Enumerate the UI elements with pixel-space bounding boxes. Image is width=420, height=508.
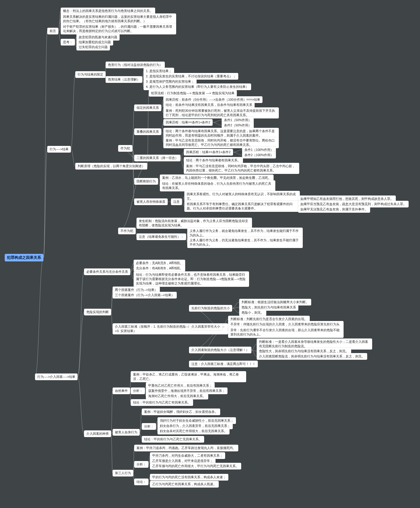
- mindmap-node[interactable]: 如果甲无法预见乙有血友病，则属于意外事件。: [298, 206, 370, 213]
- mindmap-node[interactable]: 危害结果（注意理解）: [106, 76, 142, 83]
- mindmap-node[interactable]: 结论：甲的前行为与乙死亡有因果关系。: [131, 399, 193, 406]
- mindmap-root[interactable]: 犯罪构成之因果关系: [5, 254, 43, 261]
- mindmap-node[interactable]: 危险小，则无。: [239, 309, 266, 316]
- mindmap-node[interactable]: 前言: [47, 28, 58, 34]
- mindmap-node[interactable]: 案例：甲持刀追杀丙，丙逃跑。乙开车路过发现仇人丙，直接撞死丙。: [134, 445, 238, 451]
- mindmap-node[interactable]: 案例：死刑犯30分钟后将要被执行死刑，被害人父亲迫不及待提前按下开关执行了死刑，…: [163, 107, 279, 118]
- mindmap-node[interactable]: 注意（结果避免发生可能性）：: [136, 233, 186, 240]
- mindmap-node[interactable]: 分析：: [134, 461, 148, 468]
- mindmap-node[interactable]: 案例：甲欲杀乙，将乙打成重伤，乙昏迷滩涂，甲离去。海潮来临，将乙卷没，乙死亡。: [131, 371, 246, 382]
- mindmap-node[interactable]: 必要条件关系与充分条件关系: [84, 268, 130, 275]
- mindmap-node[interactable]: 先前行为制造的危险的大小: [189, 305, 232, 312]
- mindmap-node[interactable]: 发生机制：危险流向前发展，威胁法益对象，作为义务人应当阻断危险流却没有阻断，使危…: [136, 218, 252, 229]
- mindmap-node[interactable]: 第三人行为: [113, 470, 133, 476]
- mindmap-node[interactable]: 对于财产犯罪的实害结果（财产损失），的归属问题，一般不需要因果关系理论来解决，而…: [61, 23, 176, 34]
- mindmap-node[interactable]: 介入因素阻断危险流，则表明先前行为与结果没有因果关系，反之，则无。: [257, 353, 367, 360]
- mindmap-node[interactable]: 乙行为与丙死亡有因果关系，构成杀人既遂。: [150, 481, 219, 488]
- mindmap-node[interactable]: 注意: [171, 198, 182, 205]
- mindmap-node[interactable]: 过失犯罪的成立问题: [76, 44, 110, 50]
- mindmap-node[interactable]: 不作为犯: [118, 228, 136, 234]
- mindmap-node[interactable]: 乙开车撞与丙的死亡作用很大，甲行为与丙死亡无因果关系。: [150, 463, 241, 469]
- mindmap-node[interactable]: 行为与结果的限定: [75, 71, 106, 78]
- mindmap-node[interactable]: 妇女自杀对其死亡作用很大，前后无因果关系。: [158, 428, 230, 434]
- mindmap-node[interactable]: 因果历程：结果==条件1+条件2: [163, 119, 213, 126]
- mindmap-node[interactable]: 因果关系解决的是实害结果的归属问题，这里的实害结果主要是指人身犯罪中的伤亡结果。…: [61, 13, 176, 25]
- mindmap-node[interactable]: 分析：: [142, 423, 156, 430]
- mindmap-node[interactable]: 危害行为（指对法益创设危险的行为）: [106, 62, 165, 68]
- mindmap-node[interactable]: 重叠的因果关系: [134, 128, 161, 135]
- mindmap-node[interactable]: 结论：在被害人存在特殊体质的场合，行为人先前伤害行为与被害人的死亡具有因果关系。: [160, 180, 275, 191]
- mindmap-node[interactable]: 义务人履行作为义务，仍无法避免结果发生，其不作为，结果发生不能归属于不作为的头上…: [187, 237, 303, 248]
- mindmap-node[interactable]: 甲的行为与丙的死亡没有因果关系，构成杀人未遂；: [150, 474, 228, 481]
- mindmap-node[interactable]: 自然事件: [113, 387, 130, 394]
- mindmap-node[interactable]: 作为犯: [118, 145, 132, 152]
- mindmap-node[interactable]: 分析：: [131, 387, 145, 394]
- mindmap-node[interactable]: 案例：甲与乙没有意思联络，同时向丙开枪，甲击中丙头部，乙击中丙心脏，丙因伤势过重…: [184, 163, 299, 174]
- mindmap-node[interactable]: 结论：行为与结果即使有必要条件关系，也不意味着有因果关系，结果能否归属于该行为需…: [134, 271, 249, 287]
- mindmap-node[interactable]: 因果关系客观性。行为人对被害人的特殊体质有无认识，不影响因果关系的成立。: [184, 191, 300, 202]
- mindmap-node[interactable]: 异常：先前行为通常不会引发介入因素的出现，那么介入因素带来的危险不能算到先前行为…: [228, 327, 344, 338]
- mindmap-node[interactable]: 判断原理（危险的实现，以两个角度分别阐述）: [75, 163, 147, 170]
- mindmap-node[interactable]: 行为---->介入因素---->结果: [35, 373, 78, 380]
- mindmap-node[interactable]: 条件2（100%作用）: [242, 152, 276, 158]
- mindmap-node[interactable]: 危险实现的判断: [84, 309, 111, 315]
- mindmap-node[interactable]: 介入因素的种类: [84, 430, 111, 437]
- mindmap-node[interactable]: 行为---->结果: [47, 146, 71, 153]
- mindmap-node[interactable]: 介入因素异常性大小: [189, 323, 223, 330]
- mindmap-node[interactable]: 4. 是行为人义务范围内的实害结果（即行为人要有义务防止发生的结果）: [144, 83, 251, 90]
- mindmap-node[interactable]: 二重的因果关系（择一符合）: [134, 155, 181, 161]
- mindmap-node[interactable]: 介入因素制造的危险大小（注意理解！）: [189, 347, 251, 353]
- mindmap-node[interactable]: 三个因素案件（行为-->介入因素-->结果）: [113, 292, 177, 298]
- mindmap-node[interactable]: 被害人存在特殊体质: [134, 198, 168, 205]
- mindmap-node[interactable]: 充分条件：有A则有B，A即B因。: [134, 265, 185, 272]
- mindmap-node[interactable]: 结论：甲的前行为与乙死亡无因果关系。: [142, 436, 204, 443]
- mindmap-node[interactable]: 因果历程：结果==条件1+条件2: [184, 149, 233, 156]
- mindmap-node[interactable]: 思考：: [61, 39, 75, 46]
- mindmap-node[interactable]: 假定的因果关系: [134, 104, 161, 111]
- mindmap-node[interactable]: 注意：介入因素三标准，满足两点即可！！！: [189, 361, 258, 367]
- mindmap-node[interactable]: 海潮对乙死亡作用大，前后无因果关系。: [146, 393, 208, 399]
- mindmap-node[interactable]: 阻断救助行为: [134, 178, 158, 185]
- mindmap-node[interactable]: 被害人自身行为: [113, 429, 140, 436]
- mindmap-node[interactable]: 犯罪流程：行为制造危险---> 危险发展 ---> 危险实现为结果: [149, 90, 237, 97]
- mindmap-node[interactable]: 有因果关系不等于有刑事责任。确定因果关系只是解决了犯罪客观要件的问题。行为人对承…: [184, 201, 300, 212]
- mindmap-node[interactable]: 案例：甲趁妇女喝醉，强奸妇女乙，妇女羞愤自杀。: [142, 409, 220, 415]
- mindmap-node[interactable]: 结论：: [134, 479, 148, 485]
